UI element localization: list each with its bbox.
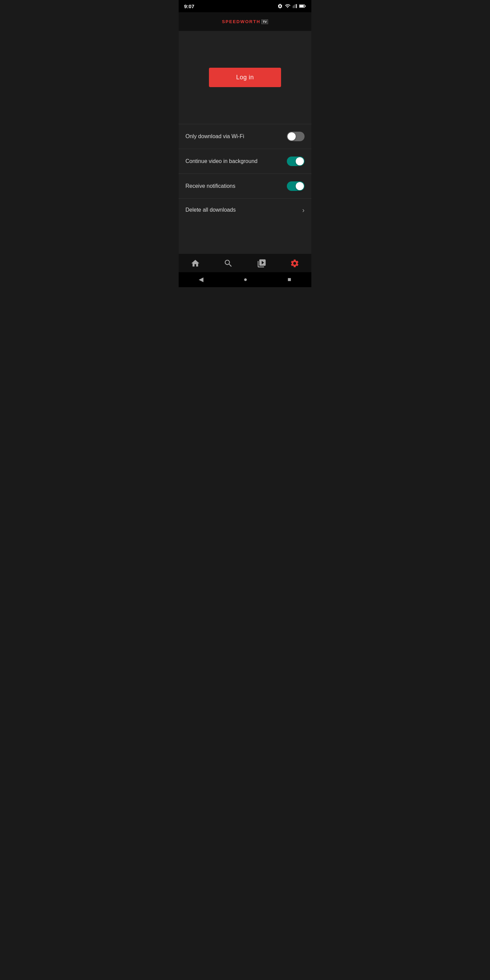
content-spacer: [179, 221, 311, 254]
settings-icon: [290, 259, 299, 268]
toggle-thumb-wifi: [288, 132, 296, 140]
svg-rect-2: [299, 5, 304, 7]
signal-icon: [292, 3, 297, 9]
brand-name: SPEEDWORTH: [222, 19, 260, 24]
settings-item-background[interactable]: Continue video in background: [179, 149, 311, 173]
toggle-wifi[interactable]: [287, 132, 305, 141]
home-button[interactable]: ●: [243, 276, 247, 283]
settings-section: Only download via Wi-Fi Continue video i…: [179, 124, 311, 221]
toggle-background[interactable]: [287, 156, 305, 166]
nav-item-play[interactable]: [250, 256, 273, 270]
settings-label-notifications: Receive notifications: [185, 183, 235, 189]
settings-item-wifi[interactable]: Only download via Wi-Fi: [179, 124, 311, 149]
bottom-nav: [179, 253, 311, 272]
battery-icon: [299, 3, 306, 9]
toggle-notifications[interactable]: [287, 181, 305, 191]
settings-label-wifi: Only download via Wi-Fi: [185, 134, 244, 140]
home-icon: [191, 259, 200, 268]
search-icon: [224, 259, 233, 268]
login-button[interactable]: Log in: [209, 68, 281, 87]
back-button[interactable]: ◀: [199, 275, 204, 283]
nav-item-settings[interactable]: [283, 256, 306, 270]
recent-button[interactable]: ■: [288, 276, 291, 283]
android-nav: ◀ ● ■: [179, 272, 311, 287]
svg-rect-1: [305, 5, 306, 6]
toggle-thumb-background: [296, 157, 304, 165]
gear-icon: [277, 3, 283, 9]
main-content: Log in: [179, 31, 311, 124]
play-icon: [257, 259, 266, 268]
brand-suffix: TV: [261, 19, 268, 24]
nav-item-search[interactable]: [217, 256, 240, 270]
settings-label-delete-downloads: Delete all downloads: [185, 207, 236, 213]
wifi-icon: [285, 3, 290, 9]
app-header: SPEEDWORTH TV: [179, 12, 311, 31]
brand-logo: SPEEDWORTH TV: [222, 19, 268, 24]
settings-label-background: Continue video in background: [185, 158, 258, 164]
settings-item-delete-downloads[interactable]: Delete all downloads ›: [179, 198, 311, 221]
status-time: 9:07: [184, 3, 194, 9]
nav-item-home[interactable]: [184, 256, 207, 270]
status-bar: 9:07: [179, 0, 311, 12]
status-icons: [277, 3, 306, 9]
toggle-thumb-notifications: [296, 182, 304, 190]
chevron-icon: ›: [302, 206, 305, 214]
settings-item-notifications[interactable]: Receive notifications: [179, 173, 311, 198]
